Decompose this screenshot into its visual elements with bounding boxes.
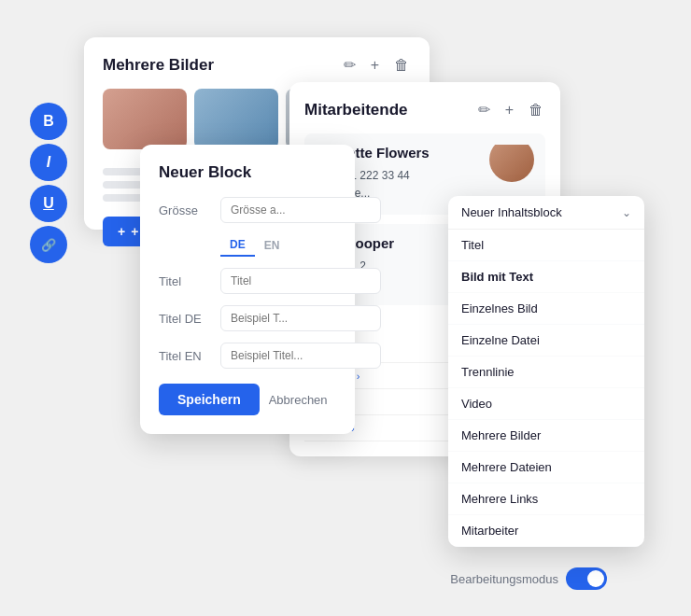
titel-en-input[interactable] (220, 343, 381, 369)
toggle-knob (587, 570, 604, 587)
titel-row: Titel (159, 268, 336, 294)
mehrere-bilder-title: Mehrere Bilder (103, 56, 214, 75)
edit-icon[interactable]: ✏ (342, 54, 358, 76)
text-formatting-toolbar: B I U 🔗 (30, 103, 67, 263)
toggle-container: Bearbeitungsmodus (450, 567, 607, 590)
dropdown-item-mitarbeiter[interactable]: Mitarbeiter (448, 515, 644, 547)
mitarbeitende-header: Mitarbeitende ✏ + 🗑 (304, 99, 545, 120)
titel-de-row: Titel DE (159, 305, 336, 331)
dropdown-item-trennlinie[interactable]: Trennlinie (448, 357, 644, 388)
titel-de-label: Titel DE (159, 312, 213, 326)
neuer-block-actions: Speichern Abbrechen (159, 384, 336, 415)
titel-en-label: Titel EN (159, 349, 213, 363)
lang-tabs: DE EN (220, 234, 336, 257)
dropdown-header-label: Neuer Inhaltsblock (461, 205, 562, 219)
dropdown-item-bild-mit-text[interactable]: Bild mit Text (448, 261, 644, 293)
toggle-switch[interactable] (566, 567, 607, 590)
chevron-down-icon: ⌄ (622, 206, 631, 219)
groesse-input[interactable] (220, 197, 381, 223)
titel-input[interactable] (220, 268, 381, 294)
link-button[interactable]: 🔗 (30, 226, 67, 263)
dropdown-item-einzelnes-bild[interactable]: Einzelnes Bild (448, 293, 644, 325)
dropdown-item-titel[interactable]: Titel (448, 230, 644, 261)
toggle-label: Bearbeitungsmodus (450, 572, 558, 586)
dropdown-item-mehrere-links[interactable]: Mehrere Links (448, 483, 644, 515)
italic-button[interactable]: I (30, 144, 67, 181)
lang-tab-de[interactable]: DE (220, 234, 255, 257)
mitarbeitende-actions: ✏ + 🗑 (476, 99, 545, 120)
groesse-row: Grösse (159, 197, 336, 223)
mitarbeitende-title: Mitarbeitende (304, 101, 408, 119)
mehrere-bilder-actions: ✏ + 🗑 (342, 54, 411, 76)
delete-icon[interactable]: 🗑 (392, 54, 411, 76)
mitarbeitende-edit-icon[interactable]: ✏ (476, 99, 492, 120)
dropdown-item-einzelne-datei[interactable]: Einzelne Datei (448, 325, 644, 357)
image-placeholder-2 (194, 89, 278, 149)
lang-tab-en[interactable]: EN (255, 234, 289, 257)
mitarbeitende-delete-icon[interactable]: 🗑 (527, 99, 545, 120)
dropdown-header[interactable]: Neuer Inhaltsblock ⌄ (448, 196, 644, 230)
save-button[interactable]: Speichern (159, 384, 260, 415)
mehrere-bilder-header: Mehrere Bilder ✏ + 🗑 (103, 54, 411, 76)
titel-label: Titel (159, 274, 213, 288)
bold-button[interactable]: B (30, 103, 67, 140)
employee-1-avatar (489, 145, 534, 182)
cancel-button[interactable]: Abbrechen (269, 393, 328, 407)
dropdown-item-video[interactable]: Video (448, 388, 644, 420)
dropdown-card: Neuer Inhaltsblock ⌄ Titel Bild mit Text… (448, 196, 644, 547)
underline-button[interactable]: U (30, 185, 67, 222)
dropdown-item-mehrere-bilder[interactable]: Mehrere Bilder (448, 420, 644, 452)
mitarbeitende-add-icon[interactable]: + (503, 99, 515, 120)
neuer-block-card: Neuer Block Grösse DE EN Titel Titel DE … (140, 145, 355, 434)
chevron-right-icon-2: › (357, 371, 360, 382)
titel-en-row: Titel EN (159, 343, 336, 369)
groesse-label: Grösse (159, 203, 213, 217)
dropdown-item-mehrere-dateien[interactable]: Mehrere Dateien (448, 452, 644, 483)
plus-icon: + (118, 224, 125, 239)
image-placeholder-1 (103, 89, 187, 149)
titel-de-input[interactable] (220, 305, 381, 331)
neuer-block-title: Neuer Block (159, 163, 336, 182)
add-icon[interactable]: + (369, 54, 381, 76)
